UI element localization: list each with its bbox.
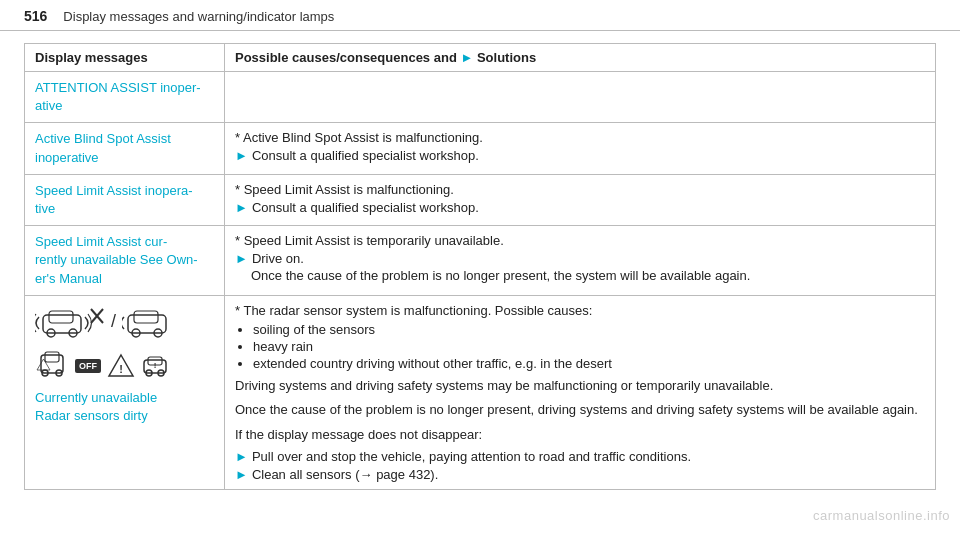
- display-message-speed-unavail: Speed Limit Assist cur-rently unavailabl…: [25, 226, 225, 296]
- radar-bullets: soiling of the sensors heavy rain extend…: [253, 322, 925, 371]
- display-message-blind-spot: Active Blind Spot Assistinoperative: [25, 123, 225, 174]
- arrow-icon: ►: [235, 467, 248, 482]
- svg-rect-7: [134, 311, 158, 323]
- icon-group-top: /: [35, 303, 214, 341]
- arrow-icon: ►: [235, 200, 248, 215]
- radar-para1: Driving systems and driving safety syste…: [235, 376, 925, 396]
- radar-para3: If the display message does not disappea…: [235, 425, 925, 445]
- radar-sol2: Clean all sensors (→ page 432).: [252, 467, 438, 482]
- list-item: heavy rain: [253, 339, 925, 354]
- icon-area: /: [35, 303, 214, 383]
- page-title: Display messages and warning/indicator l…: [63, 9, 334, 24]
- radar-sol1: Pull over and stop the vehicle, paying a…: [252, 449, 691, 464]
- page-number: 516: [24, 8, 47, 24]
- list-item: soiling of the sensors: [253, 322, 925, 337]
- svg-rect-11: [45, 352, 59, 362]
- watermark: carmanualsonline.info: [813, 508, 950, 523]
- radar-para2: Once the cause of the problem is no long…: [235, 400, 925, 420]
- arrow-icon: ►: [235, 449, 248, 464]
- display-message-speed-inopera: Speed Limit Assist inopera-tive: [25, 174, 225, 225]
- solution-attention: [225, 72, 936, 123]
- icon-group-bottom: OFF ! !: [35, 349, 214, 383]
- solution-radar: * The radar sensor system is malfunction…: [225, 295, 936, 490]
- table-row: ATTENTION ASSIST inoper-ative: [25, 72, 936, 123]
- page-header: 516 Display messages and warning/indicat…: [0, 0, 960, 31]
- svg-text:!: !: [119, 363, 123, 375]
- car-blindspot-icon: [35, 303, 105, 341]
- col1-header: Display messages: [25, 44, 225, 72]
- table-row: Speed Limit Assist cur-rently unavailabl…: [25, 226, 936, 296]
- main-table: Display messages Possible causes/consequ…: [24, 43, 936, 490]
- svg-rect-1: [49, 311, 73, 323]
- svg-text:!: !: [154, 361, 157, 370]
- table-row: /: [25, 295, 936, 490]
- warning-triangle-icon: !: [107, 352, 135, 380]
- table-row: Active Blind Spot Assistinoperative * Ac…: [25, 123, 936, 174]
- col2-header: Possible causes/consequences and ► Solut…: [225, 44, 936, 72]
- solution-speed-inopera: * Speed Limit Assist is malfunctioning. …: [225, 174, 936, 225]
- display-message-attention: ATTENTION ASSIST inoper-ative: [25, 72, 225, 123]
- table-wrapper: Display messages Possible causes/consequ…: [0, 31, 960, 502]
- list-item: extended country driving without other t…: [253, 356, 925, 371]
- warning-car-icon: [35, 349, 69, 383]
- table-row: Speed Limit Assist inopera-tive * Speed …: [25, 174, 936, 225]
- car-icon2: [122, 303, 174, 341]
- solution-speed-unavail: * Speed Limit Assist is temporarily unav…: [225, 226, 936, 296]
- svg-marker-14: [37, 359, 50, 370]
- display-message-radar: /: [25, 295, 225, 490]
- solution-blind-spot: * Active Blind Spot Assist is malfunctio…: [225, 123, 936, 174]
- arrow-icon: ►: [235, 251, 248, 266]
- radar-intro: * The radar sensor system is malfunction…: [235, 303, 925, 318]
- car-exclaim-icon: !: [141, 352, 169, 380]
- arrow-icon: ►: [235, 148, 248, 163]
